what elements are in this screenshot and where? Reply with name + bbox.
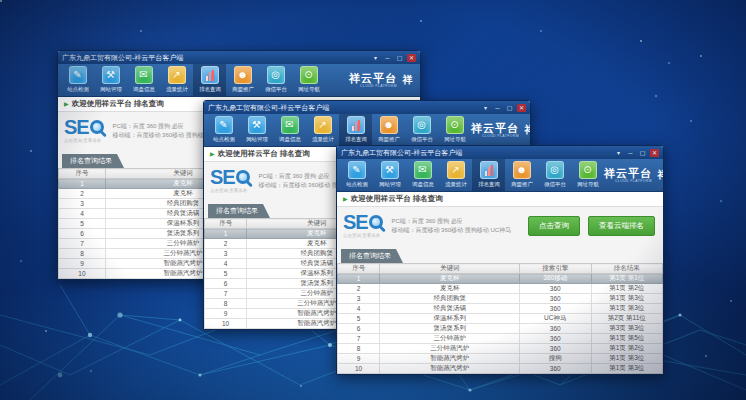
toolbar-item-排名查询[interactable]: 排名查询 [193, 64, 226, 96]
cell-rank: 第1页 第3位 [591, 304, 663, 314]
star-field [0, 0, 2, 2]
toolbar-item-询盘信息[interactable]: ✉询盘信息 [406, 159, 439, 191]
tab-rank-results[interactable]: 排名查询结果 [208, 204, 270, 218]
toolbar-item-商盟推广[interactable]: ☻商盟推广 [505, 159, 538, 191]
tools-icon: ⚒ [102, 66, 120, 84]
toolbar-item-询盘信息[interactable]: ✉询盘信息 [127, 64, 160, 96]
toolbar-item-微信平台[interactable]: ◎微信平台 [405, 114, 438, 146]
toolbar-item-网站管理[interactable]: ⚒网站管理 [94, 64, 127, 96]
brand-subtitle: CLOUD PLATFORM [478, 134, 519, 137]
rank-results-table: 序号关键词搜索引擎排名结果 1麦克杯360移动第1页 第1位2麦克杯360第1页… [337, 263, 663, 374]
maximize-icon[interactable]: ▢ [395, 54, 404, 62]
toolbar-item-流量统计[interactable]: ↗流量统计 [160, 64, 193, 96]
window-titlebar[interactable]: 广东九鼎工贸有限公司-祥云平台客户端 ▾ ─ ▢ ✕ [204, 101, 530, 114]
cell-seq: 5 [205, 269, 247, 279]
window-titlebar[interactable]: 广东九鼎工贸有限公司-祥云平台客户端 ▾ ─ ▢ ✕ [337, 146, 663, 159]
cell-seq: 9 [338, 354, 380, 364]
toolbar-item-商盟推广[interactable]: ☻商盟推广 [226, 64, 259, 96]
view-cloud-rank-button[interactable]: 查看云端排名 [588, 216, 655, 236]
cell-seq: 5 [338, 314, 380, 324]
toolbar-item-询盘信息[interactable]: ✉询盘信息 [273, 114, 306, 146]
message-icon: ✉ [135, 66, 153, 84]
seo-logo: SE 点击查询 查看排名 [343, 213, 384, 238]
breadcrumb: ▶ 欢迎使用祥云平台 排名查询 [337, 192, 663, 207]
table-row[interactable]: 10智能蒸汽烤炉360第1页 第3位 [338, 364, 663, 374]
toolbar-item-label: 商盟推广 [232, 85, 254, 93]
toolbar-item-站点检测[interactable]: ✎站点检测 [61, 64, 94, 96]
minimize-icon[interactable]: ─ [626, 149, 635, 157]
magnifier-icon [90, 120, 104, 134]
toolbar-item-label: 网站管理 [100, 85, 122, 93]
toolbar-item-流量统计[interactable]: ↗流量统计 [306, 114, 339, 146]
cell-seq: 1 [205, 229, 247, 239]
cell-rank: 第1页 第5位 [591, 334, 663, 344]
cell-engine: 搜狗 [520, 354, 592, 364]
brand-subtitle: CLOUD PLATFORM [611, 179, 652, 182]
toolbar-item-排名查询[interactable]: 排名查询 [339, 114, 372, 146]
table-row[interactable]: 8三分钟蒸汽炉360第1页 第2位 [338, 344, 663, 354]
breadcrumb-text: 欢迎使用祥云平台 排名查询 [351, 194, 443, 204]
toolbar-item-网站管理[interactable]: ⚒网站管理 [240, 114, 273, 146]
mouse-icon: ⊙ [446, 116, 464, 134]
toolbar-item-微信平台[interactable]: ◎微信平台 [259, 64, 292, 96]
app-window-front[interactable]: 广东九鼎工贸有限公司-祥云平台客户端 ▾ ─ ▢ ✕ ✎站点检测⚒网站管理✉询盘… [336, 145, 664, 375]
minimize-icon[interactable]: ─ [493, 104, 502, 112]
skin-icon[interactable]: ▾ [481, 104, 490, 112]
toolbar-item-label: 排名查询 [478, 180, 500, 188]
line-chart-icon: ↗ [447, 161, 465, 179]
cell-rank: 第1页 第2位 [591, 344, 663, 354]
skin-icon[interactable]: ▾ [371, 54, 380, 62]
toolbar-item-商盟推广[interactable]: ☻商盟推广 [372, 114, 405, 146]
cell-keyword: 保温杯系列 [380, 314, 520, 324]
table-row[interactable]: 9智能蒸汽烤炉搜狗第1页 第3位 [338, 354, 663, 364]
cell-keyword: 煲汤煲系列 [380, 324, 520, 334]
tab-rank-results[interactable]: 排名查询结果 [341, 249, 403, 263]
toolbar-item-label: 商盟推广 [511, 180, 533, 188]
close-icon[interactable]: ✕ [407, 54, 416, 62]
cell-seq: 9 [205, 309, 247, 319]
window-title: 广东九鼎工贸有限公司-祥云平台客户端 [341, 148, 614, 158]
toolbar-item-站点检测[interactable]: ✎站点检测 [340, 159, 373, 191]
brand-logo: 祥云平台 CLOUD PLATFORM 祥 [471, 114, 531, 146]
cell-keyword: 麦克杯 [380, 284, 520, 294]
table-row[interactable]: 7三分钟蒸炉360第1页 第5位 [338, 334, 663, 344]
monitor-check-icon: ✎ [69, 66, 87, 84]
monitor-check-icon: ✎ [348, 161, 366, 179]
maximize-icon[interactable]: ▢ [505, 104, 514, 112]
brand-subtitle: CLOUD PLATFORM [356, 84, 397, 87]
toolbar-item-排名查询[interactable]: 排名查询 [472, 159, 505, 191]
cell-rank: 第1页 第3位 [591, 354, 663, 364]
table-row[interactable]: 4经典煲汤锅360第1页 第3位 [338, 304, 663, 314]
close-icon[interactable]: ✕ [650, 149, 659, 157]
toolbar-item-label: 排名查询 [345, 135, 367, 143]
window-titlebar[interactable]: 广东九鼎工贸有限公司-祥云平台客户端 ▾ ─ ▢ ✕ [58, 51, 420, 64]
toolbar-item-网址导航[interactable]: ⊙网址导航 [292, 64, 325, 96]
table-row[interactable]: 2麦克杯360第1页 第2位 [338, 284, 663, 294]
cell-seq: 3 [338, 294, 380, 304]
query-button[interactable]: 点击查询 [528, 216, 580, 236]
people-icon: ☻ [513, 161, 531, 179]
toolbar-item-label: 询盘信息 [133, 85, 155, 93]
table-row[interactable]: 3经典团购煲360第1页 第3位 [338, 294, 663, 304]
minimize-icon[interactable]: ─ [383, 54, 392, 62]
tab-rank-results[interactable]: 排名查询结果 [62, 154, 124, 168]
toolbar-item-网站管理[interactable]: ⚒网站管理 [373, 159, 406, 191]
cell-seq: 4 [205, 259, 247, 269]
table-row[interactable]: 5保温杯系列UC神马第2页 第11位 [338, 314, 663, 324]
table-row[interactable]: 6煲汤煲系列360第3页 第3位 [338, 324, 663, 334]
maximize-icon[interactable]: ▢ [638, 149, 647, 157]
toolbar-item-网址导航[interactable]: ⊙网址导航 [571, 159, 604, 191]
desktop: { "background": { "base_color": "#0d3a88… [0, 0, 746, 400]
cell-engine: 360 [520, 364, 592, 374]
toolbar-item-站点检测[interactable]: ✎站点检测 [207, 114, 240, 146]
skin-icon[interactable]: ▾ [614, 149, 623, 157]
sprout-icon: ▶ [210, 151, 215, 157]
toolbar-item-流量统计[interactable]: ↗流量统计 [439, 159, 472, 191]
table-row[interactable]: 1麦克杯360移动第1页 第1位 [338, 274, 663, 284]
engine-line-pc: PC端：百度 360 搜狗 必应 [391, 217, 521, 226]
close-icon[interactable]: ✕ [517, 104, 526, 112]
people-icon: ☻ [380, 116, 398, 134]
toolbar-item-微信平台[interactable]: ◎微信平台 [538, 159, 571, 191]
sprout-icon: ▶ [64, 101, 69, 107]
toolbar-item-网址导航[interactable]: ⊙网址导航 [438, 114, 471, 146]
